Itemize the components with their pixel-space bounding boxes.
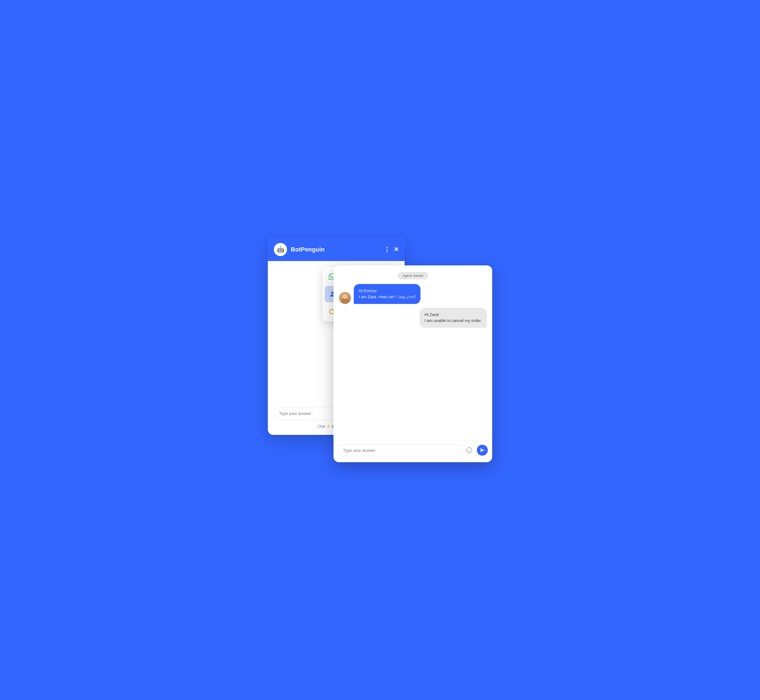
bot-logo: 🤖 bbox=[274, 243, 287, 256]
bubble-agent: Hi Emma!I am Zara. How can I help you? bbox=[354, 284, 420, 304]
header-left: 🤖 BotPenguin bbox=[274, 243, 324, 256]
app-title: BotPenguin bbox=[291, 246, 324, 253]
send-button[interactable] bbox=[477, 445, 488, 456]
message-row-user: Hi Zara!I am unable to cancel my order. bbox=[339, 308, 487, 328]
message-row-agent: Hi Emma!I am Zara. How can I help you? bbox=[339, 284, 487, 304]
front-chat-window: Agent Joined Hi Emma!I am Zara. How can … bbox=[334, 266, 492, 462]
chat-input-area bbox=[334, 440, 492, 460]
agent-joined-badge: Agent Joined bbox=[339, 273, 487, 278]
close-icon[interactable]: ✕ bbox=[394, 246, 399, 253]
user-message-text: Hi Zara!I am unable to cancel my order. bbox=[425, 312, 482, 323]
bot-icon: 🤖 bbox=[277, 246, 284, 253]
agent-message-text: Hi Emma!I am Zara. How can I help you? bbox=[359, 288, 415, 299]
more-options-icon[interactable]: ⋮ bbox=[384, 246, 390, 253]
avatar-agent bbox=[339, 292, 351, 304]
header-actions: ⋮ ✕ bbox=[384, 246, 399, 253]
chat-header-back: 🤖 BotPenguin ⋮ ✕ bbox=[268, 238, 404, 261]
chat-input-front[interactable] bbox=[338, 444, 462, 456]
scene: 🤖 BotPenguin ⋮ ✕ Transfer to WhatsApp bbox=[268, 238, 492, 462]
agent-joined-text: Agent Joined bbox=[398, 272, 428, 279]
chat-body-front: Agent Joined Hi Emma!I am Zara. How can … bbox=[334, 266, 492, 440]
bubble-user: Hi Zara!I am unable to cancel my order. bbox=[420, 308, 487, 328]
svg-point-1 bbox=[467, 447, 472, 453]
emoji-button[interactable] bbox=[464, 445, 474, 455]
